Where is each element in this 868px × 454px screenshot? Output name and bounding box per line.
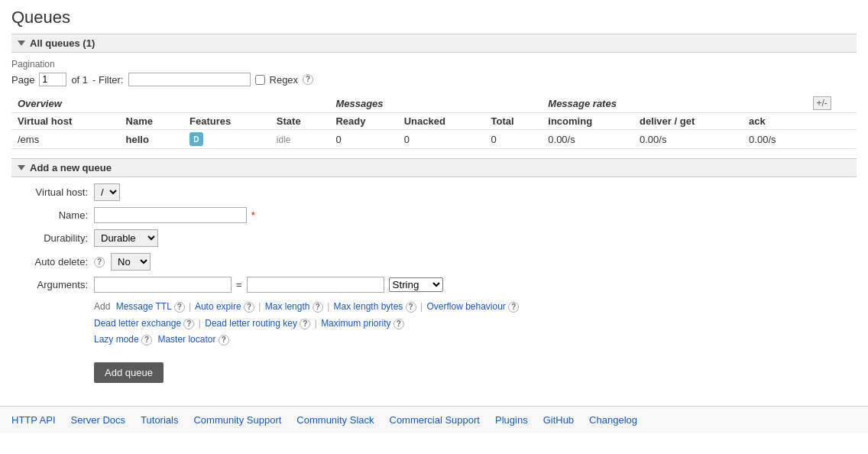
cell-state: idle [270,130,330,149]
cell-name[interactable]: hello [120,130,183,149]
dead-letter-exchange-help[interactable]: ? [183,319,194,329]
equals-sign: = [236,279,242,290]
cell-features: D [183,130,270,149]
cell-ready: 0 [329,130,397,149]
cell-unacked: 0 [398,130,485,149]
add-queue-label: Add a new queue [30,162,112,173]
message-ttl-help[interactable]: ? [174,302,185,313]
collapse-icon[interactable] [18,41,25,46]
argument-value-input[interactable] [247,277,384,293]
dead-letter-routing-key-help[interactable]: ? [300,319,310,329]
col-state[interactable]: State [270,113,330,130]
max-length-bytes-help[interactable]: ? [406,302,416,313]
cell-deliver-get: 0.00/s [633,130,743,149]
of-label: of 1 [71,74,88,86]
durability-row: Durability: Durable Transient [11,229,857,247]
arguments-row: Arguments: = String Number Boolean [11,277,857,293]
footer-link-http-api[interactable]: HTTP API [11,414,56,426]
all-queues-section-header: All queues (1) [11,34,857,53]
arg-link-maximum-priority[interactable]: Maximum priority [321,318,390,329]
add-queue-section: Virtual host: / Name: * Durability: Dura… [11,183,857,383]
max-length-help[interactable]: ? [313,302,323,313]
maximum-priority-help[interactable]: ? [394,319,404,329]
auto-expire-help[interactable]: ? [244,302,254,313]
regex-checkbox[interactable] [255,75,265,85]
arg-link-max-length[interactable]: Max length [265,301,310,312]
col-virtual-host[interactable]: Virtual host [11,113,120,130]
name-row: Name: * [11,207,857,223]
regex-help-icon[interactable]: ? [303,74,313,85]
footer-link-community-slack[interactable]: Community Slack [296,414,374,426]
footer-link-server-docs[interactable]: Server Docs [71,414,126,426]
page-title: Queues [11,8,857,28]
auto-delete-label: Auto delete: [11,256,88,268]
name-input[interactable] [94,207,247,223]
add-queue-collapse-icon[interactable] [18,165,25,170]
msgrates-group-header: Message rates [542,94,806,113]
feature-badge: D [189,132,203,146]
name-label: Name: [11,209,88,221]
cell-ack: 0.00/s [743,130,806,149]
all-queues-label: All queues (1) [30,37,95,49]
arg-link-auto-expire[interactable]: Auto expire [195,301,241,312]
master-locator-help[interactable]: ? [219,335,229,345]
auto-delete-help-icon[interactable]: ? [94,257,105,268]
arguments-label: Arguments: [11,279,88,290]
table-row[interactable]: /ems hello D idle 0 0 0 0.00/s 0.00/s 0.… [11,130,857,149]
add-queue-button[interactable]: Add queue [94,362,164,383]
arg-link-lazy-mode[interactable]: Lazy mode [94,334,139,345]
messages-group-header: Messages [329,94,542,113]
col-ack[interactable]: ack [743,113,806,130]
arg-link-max-length-bytes[interactable]: Max length bytes [334,301,403,312]
durability-select[interactable]: Durable Transient [94,229,158,247]
footer-link-plugins[interactable]: Plugins [495,414,528,426]
footer-link-github[interactable]: GitHub [543,414,574,426]
add-links-section: Add Message TTL ? | Auto expire ? | Max … [94,299,857,349]
arg-link-dead-letter-routing-key[interactable]: Dead letter routing key [205,318,297,329]
cell-incoming: 0.00/s [542,130,633,149]
plus-minus-btn-cell[interactable]: +/- [807,94,857,113]
col-unacked[interactable]: Unacked [398,113,485,130]
virtual-host-select[interactable]: / [94,183,120,201]
footer: HTTP APIServer DocsTutorialsCommunity Su… [0,406,868,433]
virtual-host-label: Virtual host: [11,186,88,198]
filter-label: - Filter: [92,74,123,86]
col-name[interactable]: Name [120,113,183,130]
col-features[interactable]: Features [183,113,270,130]
pagination-label: Pagination [11,59,857,70]
col-incoming[interactable]: incoming [542,113,633,130]
auto-delete-select[interactable]: No Yes [111,253,151,271]
col-total[interactable]: Total [485,113,542,130]
required-star: * [251,209,255,221]
cell-virtual-host: /ems [11,130,120,149]
argument-type-select[interactable]: String Number Boolean [389,277,443,292]
footer-link-commercial-support[interactable]: Commercial Support [390,414,481,426]
plus-minus-button[interactable]: +/- [813,96,831,110]
page-label: Page [11,74,34,86]
arg-link-dead-letter-exchange[interactable]: Dead letter exchange [94,318,181,329]
queues-table: Overview Messages Message rates +/- Virt… [11,94,857,149]
durability-label: Durability: [11,232,88,244]
arg-link-overflow-behaviour[interactable]: Overflow behaviour [426,301,505,312]
filter-input[interactable] [128,73,251,86]
overview-group-header: Overview [11,94,183,113]
add-label: Add [94,301,110,312]
cell-total: 0 [485,130,542,149]
argument-key-input[interactable] [94,277,232,293]
lazy-mode-help[interactable]: ? [141,335,152,345]
empty-group-header [183,94,329,113]
footer-link-tutorials[interactable]: Tutorials [141,414,178,426]
pagination-section: Pagination Page of 1 - Filter: Regex ? [11,59,857,86]
arg-link-message-ttl[interactable]: Message TTL [116,301,172,312]
footer-link-community-support[interactable]: Community Support [193,414,281,426]
arg-link-master-locator[interactable]: Master locator [157,334,215,345]
auto-delete-row: Auto delete: ? No Yes [11,253,857,271]
virtual-host-row: Virtual host: / [11,183,857,201]
col-ready[interactable]: Ready [329,113,397,130]
footer-link-changelog[interactable]: Changelog [589,414,637,426]
page-input[interactable] [39,73,66,86]
add-queue-section-header: Add a new queue [11,158,857,177]
col-deliver-get[interactable]: deliver / get [633,113,743,130]
regex-label: Regex [270,74,299,86]
overflow-behaviour-help[interactable]: ? [508,302,519,313]
